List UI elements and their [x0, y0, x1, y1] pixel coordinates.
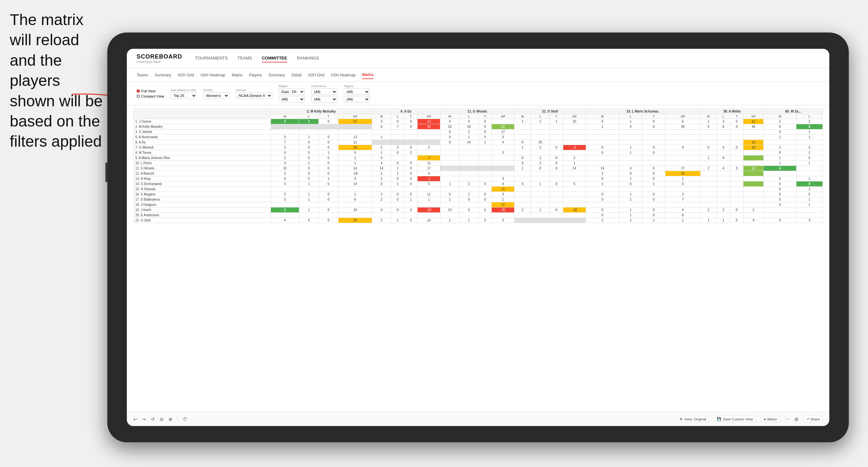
- nav-committee[interactable]: COMMITTEE: [262, 54, 287, 62]
- cell: 0: [764, 187, 796, 192]
- cell: [319, 213, 338, 218]
- cell: [743, 161, 764, 166]
- cell: [550, 129, 563, 135]
- refresh-icon[interactable]: ↺: [151, 416, 155, 422]
- cell: 13: [743, 140, 764, 145]
- players-select-2[interactable]: (All): [344, 96, 370, 102]
- cell: 1: [391, 218, 404, 223]
- cell: 0: [764, 182, 796, 187]
- cell: 14: [459, 140, 478, 145]
- table-row: 20. E Andersson: [134, 213, 823, 218]
- cell: [515, 124, 531, 129]
- cell: [459, 150, 478, 155]
- nav-teams[interactable]: TEAMS: [238, 54, 252, 62]
- main-content[interactable]: 2. M Kelly Mulcahy 6. A Dy 11. G Woods 2…: [127, 105, 829, 412]
- cell: 0: [319, 161, 338, 166]
- gender-select[interactable]: Women's: [203, 92, 229, 99]
- sh-l1: L: [299, 114, 319, 119]
- conference-select-2[interactable]: (All): [311, 96, 337, 102]
- nav-tournaments[interactable]: TOURNAMENTS: [195, 54, 228, 62]
- cell: 0: [764, 218, 796, 223]
- cell: 0: [404, 208, 417, 213]
- max-players-select[interactable]: Top 25: [171, 92, 197, 99]
- cell: [550, 150, 563, 155]
- division-select[interactable]: NCAA Division II: [236, 92, 272, 99]
- subnav-summary[interactable]: Summary: [154, 71, 171, 79]
- cell: [642, 161, 665, 166]
- cell: 0: [642, 124, 665, 129]
- cell: 10: [563, 119, 586, 124]
- region-select-2[interactable]: (All): [279, 96, 305, 102]
- col-woods: 11. G Woods: [440, 109, 515, 114]
- compact-view-option[interactable]: Compact View: [136, 94, 164, 98]
- conference-select[interactable]: (All): [311, 89, 337, 95]
- cell: [492, 166, 515, 171]
- table-row: 10. L Perini 3 1 0 1 4 0 0 11: [134, 161, 823, 166]
- subnav-players[interactable]: Players: [249, 71, 262, 79]
- subnav-h2h-heatmap2[interactable]: H2H Heatmap: [331, 71, 355, 79]
- cell: 1: [586, 124, 619, 129]
- cell: [372, 213, 391, 218]
- cell: [730, 182, 743, 187]
- redo-icon[interactable]: ↪: [142, 416, 146, 422]
- subnav-matrix2[interactable]: Matrix: [362, 71, 374, 79]
- cell: 0: [404, 218, 417, 223]
- cell: [459, 176, 478, 182]
- more-icon[interactable]: ⋯: [785, 416, 789, 422]
- subnav-h2h-grid2[interactable]: H2H Grid: [308, 71, 324, 79]
- subnav-h2h-heatmap[interactable]: H2H Heatmap: [201, 71, 225, 79]
- cell: 1: [717, 218, 730, 223]
- cell: 1: [459, 218, 478, 223]
- cell: 2: [764, 145, 796, 150]
- cell: [642, 202, 665, 208]
- cell: [586, 129, 619, 135]
- cell: 14: [372, 166, 391, 171]
- zoom-in-icon[interactable]: ⊕: [168, 416, 173, 422]
- cell: 1: [299, 135, 319, 140]
- cell: [563, 129, 586, 135]
- view-original-btn[interactable]: 👁 View: Original: [677, 416, 709, 423]
- subnav-matrix[interactable]: Matrix: [232, 71, 243, 79]
- cell: 2: [391, 145, 404, 150]
- subnav-teams[interactable]: Teams: [136, 71, 148, 79]
- subnav-h2h-grid[interactable]: H2H Grid: [178, 71, 194, 79]
- sh-d6: Dif: [743, 114, 764, 119]
- cell: [478, 171, 492, 176]
- subnav-detail[interactable]: Detail: [292, 71, 302, 79]
- cell: [550, 135, 563, 140]
- zoom-out-icon[interactable]: ⊖: [160, 416, 163, 422]
- timer-icon[interactable]: ⏱: [182, 416, 187, 422]
- player-name: 7. O Mitchell: [134, 145, 271, 150]
- cell: 2: [700, 208, 717, 213]
- undo-icon[interactable]: ↩: [133, 416, 137, 422]
- cell: [550, 218, 563, 223]
- bottom-toolbar: ↩ ↪ ↺ ⊖ ⊕ ⏱ 👁 View: Original 💾 Save Cust…: [127, 412, 829, 426]
- full-view-option[interactable]: Full View: [136, 89, 164, 93]
- cell: [717, 213, 730, 218]
- cell: 1: [299, 161, 319, 166]
- cell: [700, 140, 717, 145]
- cell: [492, 171, 515, 176]
- cell: 17: [492, 129, 515, 135]
- share-btn[interactable]: ↗ Share: [803, 416, 823, 423]
- cell: [515, 129, 531, 135]
- cell: 3: [271, 119, 299, 124]
- cell: 0: [764, 129, 796, 135]
- save-custom-btn[interactable]: 💾 Save Custom View: [714, 416, 756, 423]
- watch-btn[interactable]: ● Watch: [761, 416, 780, 423]
- players-select[interactable]: (All): [344, 89, 370, 95]
- nav-rankings[interactable]: RANKINGS: [297, 54, 319, 62]
- cell: 1: [619, 119, 642, 124]
- grid-icon[interactable]: ⊞: [795, 416, 798, 422]
- cell: 1: [515, 166, 531, 171]
- cell: 0: [550, 145, 563, 150]
- region-select[interactable]: East - DII: [279, 89, 305, 95]
- subnav-summary2[interactable]: Summary: [268, 71, 285, 79]
- cell: 0: [515, 161, 531, 166]
- cell: 1: [642, 218, 665, 223]
- cell: [563, 140, 586, 145]
- cell: 1: [700, 155, 717, 161]
- cell: 2: [796, 119, 823, 124]
- col-ady: 6. A Dy: [372, 109, 440, 114]
- cell: 0: [319, 145, 338, 150]
